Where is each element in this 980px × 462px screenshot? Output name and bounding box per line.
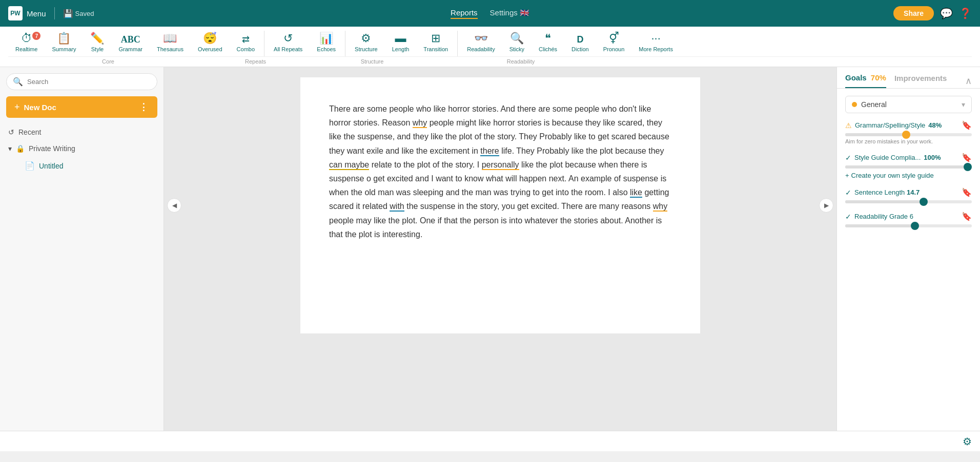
- settings-tab[interactable]: Settings 🇬🇧: [490, 8, 529, 18]
- readability-bookmark-icon[interactable]: 🔖: [962, 212, 972, 221]
- doc-content: There are some people who like horror st…: [329, 102, 671, 241]
- sentence-length-slider-thumb[interactable]: [920, 198, 928, 206]
- separator-readability: [457, 31, 458, 56]
- right-panel-tabs: Goals 70% Improvements ∧: [837, 67, 980, 89]
- transition-icon: ⊞: [431, 33, 440, 44]
- style-guide-slider-fill: [845, 165, 972, 169]
- search-box[interactable]: 🔍: [6, 73, 157, 90]
- report-item-readability[interactable]: 👓 Readability: [460, 33, 502, 56]
- realtime-icon: ⏱: [21, 33, 32, 44]
- recent-item[interactable]: ↺ Recent: [6, 124, 157, 140]
- report-item-grammar[interactable]: ABC Grammar: [111, 35, 149, 56]
- report-item-thesaurus[interactable]: 📖 Thesaurus: [150, 33, 191, 56]
- style-guide-goal-name[interactable]: Style Guide Complia...: [854, 154, 921, 161]
- help-icon[interactable]: ❓: [959, 7, 972, 19]
- separator-repeats: [264, 31, 264, 56]
- private-writing-section[interactable]: ▾ 🔒 Private Writing: [6, 140, 157, 157]
- report-item-cliches[interactable]: ❝ Clichés: [532, 33, 564, 56]
- nav-left: PW Menu 💾 Saved: [8, 6, 94, 20]
- menu-label[interactable]: Menu: [27, 9, 46, 18]
- sentence-length-slider-fill: [845, 200, 924, 203]
- report-item-echoes[interactable]: 📊 Echoes: [310, 33, 343, 56]
- nav-divider: [54, 7, 55, 19]
- collapse-sidebar-button[interactable]: ◀: [167, 198, 181, 213]
- messages-icon[interactable]: 💬: [940, 7, 953, 19]
- recent-icon: ↺: [8, 128, 14, 136]
- settings-gear-icon[interactable]: ⚙: [963, 435, 972, 448]
- dropdown-chevron-icon: ▾: [962, 100, 965, 109]
- report-item-transition[interactable]: ⊞ Transition: [416, 33, 455, 56]
- readability-icon: 👓: [474, 33, 488, 44]
- sentence-length-bookmark-icon[interactable]: 🔖: [962, 187, 972, 197]
- report-item-diction[interactable]: D Diction: [564, 35, 596, 56]
- report-item-more[interactable]: ··· More Reports: [631, 33, 680, 56]
- grammar-hint: Aim for zero mistakes in your work.: [845, 138, 972, 144]
- sentence-length-goal-header: ✓ Sentence Length 14.7 🔖: [845, 187, 972, 197]
- report-item-overused[interactable]: 😴 Overused: [191, 33, 230, 56]
- style-guide-slider-thumb[interactable]: [964, 163, 972, 171]
- report-item-all-repeats[interactable]: ↺ All Repeats: [267, 33, 310, 56]
- diction-icon: D: [577, 35, 583, 44]
- doc-page[interactable]: There are some people who like horror st…: [300, 77, 700, 333]
- readability-goal-item: ✓ Readability Grade 6 🔖: [845, 212, 972, 227]
- report-item-sticky[interactable]: 🔍 Sticky: [502, 33, 532, 56]
- style-guide-bookmark-icon[interactable]: 🔖: [962, 153, 972, 162]
- check-icon-style: ✓: [845, 154, 851, 162]
- grammar-goal-header: ⚠ Grammar/Spelling/Style 48% 🔖: [845, 120, 972, 130]
- chevron-down-icon: ▾: [8, 144, 12, 153]
- thesaurus-icon: 📖: [163, 33, 177, 44]
- reports-bar: ⏱ Realtime 7 📋 Summary ✏️ Style ABC Gram…: [0, 27, 980, 67]
- sentence-length-goal-name[interactable]: Sentence Length 14.7: [854, 188, 920, 196]
- improvements-tab[interactable]: Improvements: [894, 74, 947, 88]
- report-item-style[interactable]: ✏️ Style: [83, 33, 111, 56]
- pronoun-icon: ⚥: [609, 33, 619, 44]
- report-item-structure[interactable]: ⚙ Structure: [348, 33, 385, 56]
- search-icon: 🔍: [13, 77, 23, 87]
- section-label-structure: Structure: [303, 58, 441, 65]
- grammar-bookmark-icon[interactable]: 🔖: [962, 120, 972, 130]
- doc-icon: 📄: [25, 161, 35, 171]
- section-label-readability: Readability: [441, 58, 600, 65]
- right-panel: Goals 70% Improvements ∧ General ▾ ⚠ Gra…: [836, 67, 980, 431]
- readability-slider-thumb[interactable]: [911, 222, 919, 230]
- grammar-goal-name[interactable]: Grammar/Spelling/Style: [855, 121, 925, 129]
- new-doc-button[interactable]: + New Doc ⋮: [6, 96, 157, 118]
- report-item-pronoun[interactable]: ⚥ Pronoun: [596, 33, 632, 56]
- new-doc-options-icon[interactable]: ⋮: [139, 101, 149, 113]
- section-labels-row: Core Repeats Structure Readability: [8, 56, 972, 67]
- report-item-combo[interactable]: ⇄ Combo: [230, 35, 262, 56]
- report-item-realtime[interactable]: ⏱ Realtime 7: [8, 33, 45, 56]
- plus-icon: +: [14, 102, 20, 113]
- check-icon-sentence: ✓: [845, 188, 851, 197]
- bottom-bar: ⚙: [0, 431, 980, 451]
- sentence-length-slider-track[interactable]: [845, 200, 972, 203]
- style-guide-slider-track[interactable]: [845, 165, 972, 169]
- share-button[interactable]: Share: [893, 6, 934, 20]
- goals-tab[interactable]: Goals 70%: [845, 73, 886, 88]
- untitled-doc-item[interactable]: 📄 Untitled: [6, 157, 157, 175]
- nav-right: Share 💬 ❓: [893, 6, 972, 20]
- report-item-length[interactable]: ▬ Length: [385, 33, 417, 56]
- structure-icon: ⚙: [361, 33, 371, 44]
- underlined-why-1: why: [413, 118, 427, 128]
- app-logo[interactable]: PW: [8, 6, 23, 20]
- general-dot: [852, 102, 857, 107]
- create-style-guide-link[interactable]: + Create your own style guide: [845, 172, 972, 179]
- search-input[interactable]: [27, 78, 151, 86]
- reports-tab[interactable]: Reports: [451, 8, 478, 19]
- style-guide-goal-header: ✓ Style Guide Complia... 100% 🔖: [845, 153, 972, 162]
- expand-panel-button[interactable]: ▶: [819, 198, 833, 213]
- sticky-icon: 🔍: [510, 33, 524, 44]
- underlined-personally: personally: [482, 160, 519, 170]
- general-dropdown[interactable]: General ▾: [845, 96, 972, 113]
- report-item-summary[interactable]: 📋 Summary: [45, 33, 83, 56]
- grammar-slider-track[interactable]: [845, 133, 972, 136]
- grammar-slider-thumb[interactable]: [902, 131, 910, 139]
- underlined-why-2: why: [653, 202, 667, 212]
- readability-slider-track[interactable]: [845, 224, 972, 227]
- readability-goal-name[interactable]: Readability Grade 6: [854, 213, 913, 220]
- underlined-can-maybe: can maybe: [329, 160, 369, 170]
- summary-icon: 📋: [57, 33, 71, 44]
- panel-collapse-icon[interactable]: ∧: [965, 75, 972, 87]
- underlined-there: there: [480, 146, 499, 156]
